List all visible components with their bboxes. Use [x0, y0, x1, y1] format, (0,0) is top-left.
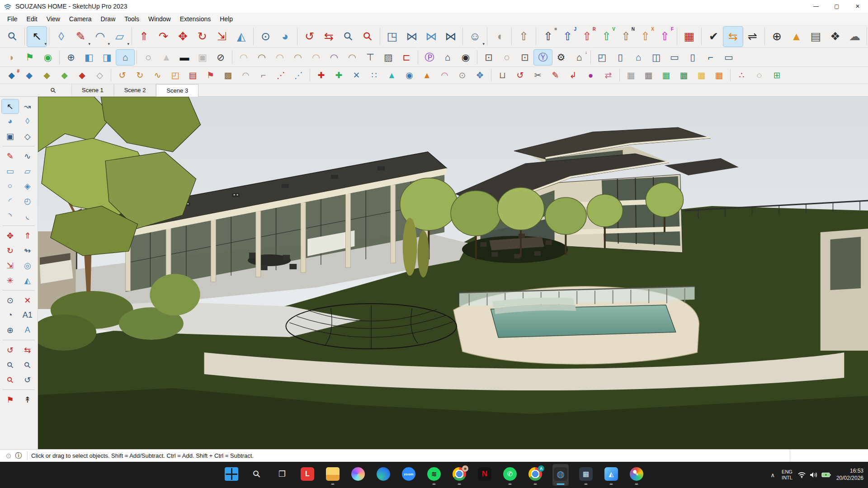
- menu-help[interactable]: Help: [215, 14, 237, 24]
- swirl-red-tool[interactable]: ↺: [511, 69, 529, 82]
- drape-tool-7[interactable]: ◠: [343, 50, 361, 65]
- menu-edit[interactable]: Edit: [22, 14, 42, 24]
- scale-tool[interactable]: ⇲: [2, 258, 19, 272]
- zoom-extents-tool[interactable]: ⚲: [2, 373, 19, 387]
- layout-table-button[interactable]: ▦: [679, 27, 699, 47]
- freehand-tool[interactable]: ∿: [19, 149, 36, 163]
- axes-tool[interactable]: ✳: [2, 273, 19, 287]
- house-outline-button[interactable]: ⌂: [439, 50, 457, 65]
- wf-frame-2[interactable]: ▭: [720, 50, 738, 65]
- search-button[interactable]: ⚲: [249, 464, 265, 486]
- app-sketchup[interactable]: ◍: [552, 464, 569, 486]
- folded-box-tool[interactable]: ▩: [219, 69, 237, 82]
- components-tool[interactable]: ▣: [2, 129, 19, 143]
- gear-flower-button[interactable]: ⚙: [552, 50, 570, 65]
- curve-s-tool[interactable]: ∿: [149, 69, 166, 82]
- pushpull-r[interactable]: ⇧R: [577, 27, 597, 47]
- pan-tool[interactable]: ⇆: [19, 343, 36, 357]
- style-wireframe[interactable]: ▬: [175, 50, 193, 65]
- task-view-button[interactable]: ❐: [274, 464, 290, 486]
- frame-tool[interactable]: ⊏: [397, 50, 415, 65]
- protractor-tool[interactable]: ◔: [2, 308, 19, 322]
- pie-tool[interactable]: ◴: [19, 194, 36, 208]
- app-copilot[interactable]: [350, 464, 366, 486]
- menu-draw[interactable]: Draw: [96, 14, 120, 24]
- protractor-shell-tool[interactable]: ◖: [490, 27, 509, 47]
- camera-circle-button[interactable]: ◉: [457, 50, 475, 65]
- path-blue-tool[interactable]: ⋰: [290, 69, 307, 82]
- shell-tool[interactable]: ◗: [3, 50, 21, 65]
- shield-upload-button[interactable]: ▲: [787, 27, 806, 47]
- add-circle-button[interactable]: ⊕: [767, 27, 787, 47]
- eraser-tool[interactable]: ◊: [19, 114, 36, 128]
- wf-house[interactable]: ⌂: [629, 50, 647, 65]
- loop-arrows-button[interactable]: ⇆: [723, 27, 743, 47]
- rotate-tool[interactable]: ↻: [2, 244, 19, 258]
- app-chrome-profile[interactable]: A: [527, 464, 543, 486]
- pushpull-n[interactable]: ⇧N: [616, 27, 636, 47]
- language-indicator[interactable]: ENG INTL: [782, 469, 793, 481]
- sandbox-drape[interactable]: ◆: [73, 69, 91, 82]
- close-button[interactable]: ✕: [847, 0, 868, 13]
- menu-window[interactable]: Window: [144, 14, 175, 24]
- polygon-tool[interactable]: ◈: [19, 179, 36, 193]
- pushpull-j[interactable]: ⇧J: [558, 27, 577, 47]
- app-chrome[interactable]: ☻: [451, 464, 467, 486]
- x-dots-tool[interactable]: ∴: [733, 69, 750, 82]
- geolocation-icon[interactable]: ⊙: [4, 451, 14, 461]
- lasso-select-tool[interactable]: ↝: [19, 99, 36, 113]
- table-teal[interactable]: ▦: [675, 69, 693, 82]
- cone-cyan-tool[interactable]: ▲: [383, 69, 401, 82]
- rotate-tool[interactable]: ↻: [193, 27, 212, 47]
- line-tool[interactable]: ✎: [71, 27, 90, 47]
- cone-orange-tool[interactable]: ▲: [418, 69, 436, 82]
- app-whatsapp[interactable]: ✆: [502, 464, 518, 486]
- drape-tool-1[interactable]: ◠: [235, 50, 253, 65]
- app-spotify[interactable]: ≋: [426, 464, 442, 486]
- wire-sphere-tool[interactable]: ◉: [39, 50, 57, 65]
- start-button[interactable]: [223, 464, 240, 486]
- path-red-tool[interactable]: ⋰: [272, 69, 290, 82]
- zoom-window-tool[interactable]: ⚲: [19, 358, 36, 372]
- wf-box[interactable]: ◰: [593, 50, 611, 65]
- eraser-tool[interactable]: ◊: [52, 27, 71, 47]
- scene-tab-2[interactable]: Scene 2: [114, 84, 156, 96]
- bracket-tool[interactable]: ⌐: [255, 69, 272, 82]
- app-edge[interactable]: [375, 464, 392, 486]
- style-xray[interactable]: ◌: [139, 50, 157, 65]
- follow-me-tool[interactable]: ↷: [154, 27, 173, 47]
- grid-orange[interactable]: ▦: [710, 69, 728, 82]
- trash-tool[interactable]: ⊔: [494, 69, 511, 82]
- axes-compass-tool[interactable]: ⊕: [2, 323, 19, 337]
- arc-tool[interactable]: ◠: [90, 27, 110, 47]
- menu-tools[interactable]: Tools: [120, 14, 144, 24]
- shells-tool[interactable]: ◠: [237, 69, 255, 82]
- dots-grid-tool[interactable]: ∷: [365, 69, 383, 82]
- tag-tool[interactable]: ◇: [19, 129, 36, 143]
- shuffle-pink-tool[interactable]: ⇄: [599, 69, 617, 82]
- app-netflix[interactable]: N: [476, 464, 493, 486]
- sandbox-stamp[interactable]: ◆: [56, 69, 73, 82]
- sandbox-add-detail[interactable]: ◇: [91, 69, 108, 82]
- camera-swap-button[interactable]: ⇌: [743, 27, 762, 47]
- x-blue-tool[interactable]: ✕: [348, 69, 365, 82]
- arc-3pt-tool[interactable]: ◟: [19, 209, 36, 223]
- table-green[interactable]: ▦: [657, 69, 675, 82]
- view-house[interactable]: ⌂: [116, 50, 134, 65]
- tape-measure-tool[interactable]: ⊙: [256, 27, 275, 47]
- minimize-button[interactable]: —: [806, 0, 826, 13]
- drape-tool-4[interactable]: ◠: [289, 50, 307, 65]
- text-tool[interactable]: A1: [19, 308, 36, 322]
- bulb-y-button[interactable]: Ⓨ: [534, 50, 552, 65]
- zoom-extents-tool[interactable]: ⚲: [358, 27, 377, 47]
- hook-red-tool[interactable]: ↲: [564, 69, 582, 82]
- tsquare-tool[interactable]: ⊤: [361, 50, 379, 65]
- maximize-button[interactable]: ▢: [826, 0, 847, 13]
- pattern-flower-button[interactable]: ❖: [826, 27, 845, 47]
- rectangle-tool[interactable]: ▱: [110, 27, 129, 47]
- line-tool[interactable]: ✎: [2, 149, 19, 163]
- grid-yellow[interactable]: ▦: [693, 69, 710, 82]
- drape-tool-5[interactable]: ◠: [307, 50, 325, 65]
- cut-tool[interactable]: ✂: [529, 69, 547, 82]
- cloud-upload-button[interactable]: ☁: [845, 27, 864, 47]
